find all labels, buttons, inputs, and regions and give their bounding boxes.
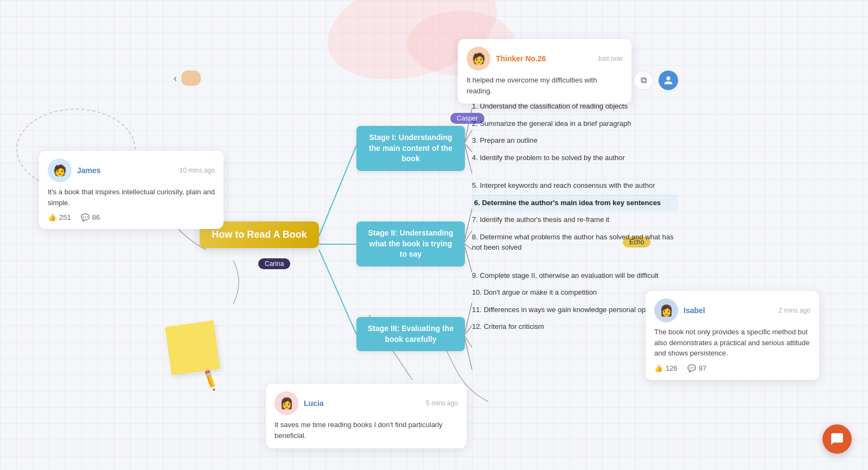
stage-3-node[interactable]: Stage III: Evaluating the book carefully [356,317,465,351]
back-arrow-icon: ‹ [174,73,177,84]
james-like-button[interactable]: 👍 251 [48,213,71,221]
floating-chat-button[interactable] [822,424,852,454]
james-card: 🧑 James 10 mins ago It's a book that ins… [39,151,224,229]
thinker-text: It helped me overcome my difficulties wi… [467,75,623,96]
external-link-button[interactable]: ⧉ [634,71,653,90]
like-icon: 👍 [48,213,56,221]
lucia-text: It saves me time reading books I don't f… [275,420,458,441]
center-node-label: How to Read A Book [212,229,307,240]
thinker-avatar: 🧑 [467,47,490,71]
content-item-6: 6. Determine the author's main idea from… [472,194,678,212]
top-right-icons: ⧉ [634,71,678,90]
thinker-time: Just now [597,55,623,62]
isabel-actions: 👍 126 💬 97 [654,364,810,372]
isabel-comments: 97 [699,364,706,372]
back-pill [181,71,201,86]
james-likes: 251 [59,213,71,221]
james-text: It's a book that inspires intellectual c… [48,187,215,208]
lucia-name: Lucia [304,399,324,408]
add-person-button[interactable] [659,71,678,90]
james-time: 10 mins ago [180,167,215,174]
content-item-3: 3. Prepare an outline [472,132,678,149]
isabel-time: 2 mins ago [778,307,810,314]
isabel-like-button[interactable]: 👍 126 [654,364,678,372]
james-comment-button[interactable]: 💬 86 [81,213,100,221]
isabel-likes: 126 [666,364,678,372]
james-actions: 👍 251 💬 86 [48,213,215,221]
isabel-comment-button[interactable]: 💬 97 [687,364,706,372]
stage-1-node[interactable]: Stage I: Understanding the main content … [356,126,465,171]
lucia-avatar: 👩 [275,391,298,415]
content-item-2: 2. Summarize the general idea in a brief… [472,115,678,132]
isabel-card: 👩 Isabel 2 mins ago The book not only pr… [646,291,819,380]
isabel-avatar: 👩 [654,298,678,322]
stage-1-label: Stage I: Understanding the main content … [369,133,452,163]
content-item-4: 4. Identify the problem to be solved by … [472,149,678,167]
carina-label: Carina [258,258,290,269]
stage-3-label: Stage III: Evaluating the book carefully [368,324,454,344]
thinker-card: 🧑 Thinker No.26 Just now It helped me ov… [458,39,631,104]
thinker-name: Thinker No.26 [496,54,546,63]
content-item-5: 5. Interpret keywords and reach consensu… [472,177,678,194]
content-item-9: 9. Complete stage II, otherwise an evalu… [472,267,678,284]
back-button[interactable]: ‹ [174,71,201,86]
lucia-card: 👩 Lucia 5 mins ago It saves me time read… [266,384,467,448]
james-name: James [77,166,101,175]
sticky-note-decoration [165,320,220,376]
james-comments: 86 [92,213,100,221]
lucia-time: 5 mins ago [426,399,458,407]
isabel-name: Isabel [684,306,705,315]
stage-2-label: Stage II: Understanding what the book is… [368,228,453,258]
isabel-comment-icon: 💬 [687,364,696,372]
isabel-text: The book not only provides a specific me… [654,327,810,359]
isabel-like-icon: 👍 [654,364,663,372]
content-item-8: 8. Determine what problems the author ha… [472,228,678,256]
comment-icon: 💬 [81,213,90,221]
content-item-7: 7. Identify the author's thesis and re-f… [472,211,678,228]
james-avatar: 🧑 [48,158,72,182]
stage-2-node[interactable]: Stage II: Understanding what the book is… [356,221,465,266]
